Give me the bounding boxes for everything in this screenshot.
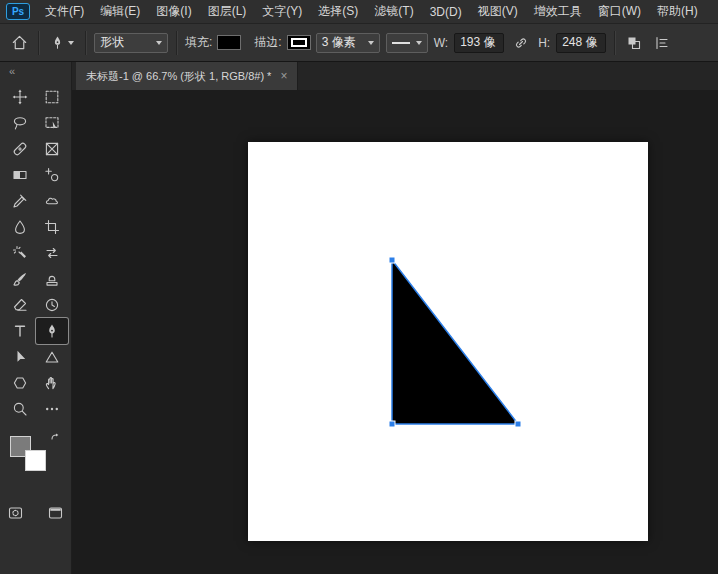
triangle-shape[interactable] bbox=[392, 260, 518, 424]
shape-height-input[interactable]: 248 像 bbox=[556, 33, 606, 53]
link-dimensions-button[interactable] bbox=[510, 32, 532, 54]
tool-preset-picker[interactable] bbox=[47, 33, 77, 52]
link-icon bbox=[513, 35, 529, 51]
document-canvas[interactable] bbox=[248, 142, 648, 541]
type-icon bbox=[12, 323, 28, 339]
tool-grid bbox=[4, 84, 68, 422]
menu-layer[interactable]: 图层(L) bbox=[200, 0, 255, 23]
menu-image[interactable]: 图像(I) bbox=[148, 0, 199, 23]
anchor-handle-top[interactable] bbox=[389, 257, 395, 263]
menu-view[interactable]: 视图(V) bbox=[470, 0, 526, 23]
healing-brush-icon bbox=[12, 141, 28, 157]
screen-mode-button[interactable] bbox=[40, 500, 72, 526]
zoom-tool[interactable] bbox=[4, 396, 36, 422]
eyedropper-icon bbox=[12, 193, 28, 209]
menu-filter[interactable]: 滤镜(T) bbox=[366, 0, 421, 23]
path-operations-icon bbox=[626, 35, 642, 51]
document-tab[interactable]: 未标题-1 @ 66.7% (形状 1, RGB/8#) * × bbox=[76, 62, 298, 90]
path-alignment-button[interactable] bbox=[651, 32, 673, 54]
tool-mode-select[interactable]: 形状 bbox=[94, 33, 168, 53]
crop-icon bbox=[44, 219, 60, 235]
shape-tool[interactable] bbox=[36, 344, 68, 370]
home-button[interactable] bbox=[8, 32, 30, 54]
count-tool[interactable] bbox=[36, 162, 68, 188]
brush-tool[interactable] bbox=[4, 266, 36, 292]
main-area: « bbox=[0, 62, 718, 574]
exchange-tool[interactable] bbox=[36, 240, 68, 266]
magic-wand-tool[interactable] bbox=[4, 240, 36, 266]
document-tab-title: 未标题-1 @ 66.7% (形状 1, RGB/8#) * bbox=[86, 69, 271, 84]
quick-mask-button[interactable] bbox=[0, 500, 32, 526]
frame-icon bbox=[44, 141, 60, 157]
blur-tool[interactable] bbox=[4, 214, 36, 240]
stroke-width-select[interactable]: 3 像素 bbox=[316, 33, 380, 53]
menu-file[interactable]: 文件(F) bbox=[37, 0, 92, 23]
marquee-tool[interactable] bbox=[36, 84, 68, 110]
fill-color-swatch[interactable] bbox=[218, 36, 240, 49]
chevron-down-icon bbox=[68, 41, 74, 45]
frame-tool[interactable] bbox=[36, 136, 68, 162]
pen-icon bbox=[44, 323, 60, 339]
separator bbox=[614, 31, 615, 55]
menu-select[interactable]: 选择(S) bbox=[310, 0, 366, 23]
color-swatches bbox=[4, 432, 68, 478]
eraser-tool[interactable] bbox=[4, 292, 36, 318]
screen-mode-icon bbox=[47, 505, 64, 521]
magic-wand-icon bbox=[12, 245, 28, 261]
gradient-icon bbox=[12, 167, 28, 183]
exchange-arrows-icon bbox=[44, 245, 60, 261]
path-selection-tool[interactable] bbox=[4, 344, 36, 370]
canvas-area[interactable] bbox=[72, 90, 718, 574]
quick-mask-icon bbox=[7, 505, 24, 521]
type-tool[interactable] bbox=[4, 318, 36, 344]
lasso-tool[interactable] bbox=[4, 110, 36, 136]
stroke-color-swatch[interactable] bbox=[288, 36, 310, 49]
move-icon bbox=[12, 89, 28, 105]
fill-label: 填充: bbox=[185, 34, 212, 51]
history-brush-icon bbox=[44, 297, 60, 313]
close-tab-icon[interactable]: × bbox=[280, 70, 287, 82]
menu-plugins[interactable]: 增效工具 bbox=[526, 0, 590, 23]
count-icon bbox=[44, 167, 60, 183]
tools-panel: « bbox=[0, 62, 72, 574]
shape-layer bbox=[248, 142, 648, 541]
clone-stamp-tool[interactable] bbox=[36, 266, 68, 292]
patch-icon bbox=[44, 193, 60, 209]
move-tool[interactable] bbox=[4, 84, 36, 110]
background-color-swatch[interactable] bbox=[25, 450, 46, 471]
menu-help[interactable]: 帮助(H) bbox=[649, 0, 706, 23]
pen-tool[interactable] bbox=[36, 318, 68, 344]
stroke-type-select[interactable] bbox=[386, 33, 428, 53]
patch-tool[interactable] bbox=[36, 188, 68, 214]
chevron-down-icon bbox=[156, 41, 162, 45]
separator bbox=[85, 31, 86, 55]
height-label: H: bbox=[538, 36, 550, 50]
menu-3d[interactable]: 3D(D) bbox=[422, 2, 470, 22]
gradient-tool[interactable] bbox=[4, 162, 36, 188]
shape-width-input[interactable]: 193 像 bbox=[454, 33, 504, 53]
width-label: W: bbox=[434, 36, 448, 50]
crop-tool[interactable] bbox=[36, 214, 68, 240]
history-brush-tool[interactable] bbox=[36, 292, 68, 318]
hand-tool[interactable] bbox=[36, 370, 68, 396]
chevron-down-icon bbox=[416, 41, 422, 45]
collapse-toolbar-button[interactable]: « bbox=[0, 62, 15, 84]
healing-brush-tool[interactable] bbox=[4, 136, 36, 162]
menu-window[interactable]: 窗口(W) bbox=[590, 0, 649, 23]
menu-edit[interactable]: 编辑(E) bbox=[92, 0, 148, 23]
path-operations-button[interactable] bbox=[623, 32, 645, 54]
stroke-width-value: 3 像素 bbox=[322, 34, 356, 51]
photoshop-window: { "app": { "logo": "Ps" }, "menubar": { … bbox=[0, 0, 718, 574]
zoom-icon bbox=[12, 401, 28, 417]
anchor-handle-bottom-right[interactable] bbox=[515, 421, 521, 427]
anchor-handle-bottom-left[interactable] bbox=[389, 421, 395, 427]
stroke-style-line-icon bbox=[392, 42, 410, 44]
object-selection-tool[interactable] bbox=[36, 110, 68, 136]
switch-colors-icon[interactable] bbox=[50, 432, 62, 444]
path-selection-icon bbox=[12, 349, 28, 365]
eyedropper-tool[interactable] bbox=[4, 188, 36, 214]
more-tools[interactable] bbox=[36, 396, 68, 422]
blur-icon bbox=[12, 219, 28, 235]
menu-type[interactable]: 文字(Y) bbox=[254, 0, 310, 23]
polygon-tool[interactable] bbox=[4, 370, 36, 396]
